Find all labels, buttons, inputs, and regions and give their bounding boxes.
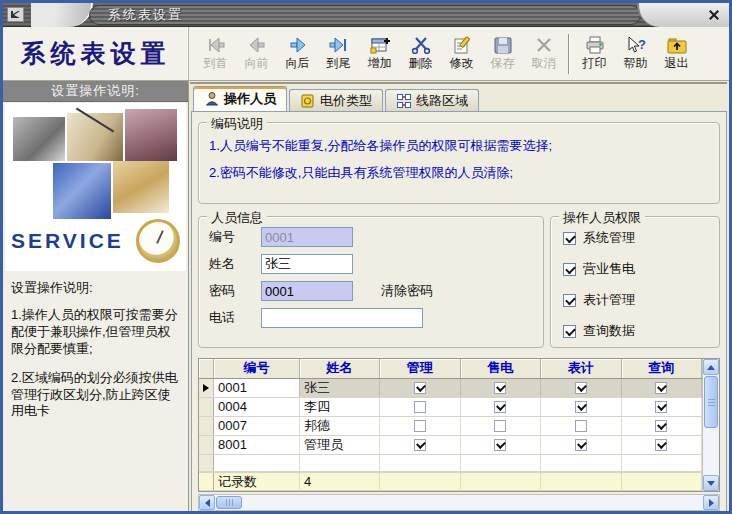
scroll-right-icon[interactable] xyxy=(703,495,719,510)
tab-line-areas[interactable]: 线路区域 xyxy=(385,89,479,111)
grid-checkbox[interactable] xyxy=(575,439,587,451)
phone-field[interactable] xyxy=(261,308,423,328)
scroll-up-icon[interactable] xyxy=(703,359,719,375)
modify-button[interactable]: 修改 xyxy=(441,30,482,78)
previous-label: 向前 xyxy=(245,55,269,72)
sidebar-header: 设置操作说明: xyxy=(3,81,188,102)
tab-line-areas-label: 线路区域 xyxy=(416,92,468,110)
horizontal-scrollbar[interactable] xyxy=(198,494,720,511)
row-code: 8001 xyxy=(214,436,300,454)
delete-button[interactable]: 删除 xyxy=(400,30,441,78)
exit-button[interactable]: 退出 xyxy=(656,30,697,78)
code-column-header[interactable]: 编号 xyxy=(214,359,300,378)
grid-checkbox[interactable] xyxy=(414,401,426,413)
permissions-title: 操作人员权限 xyxy=(559,209,645,227)
password-field[interactable] xyxy=(261,281,353,301)
grid-checkbox[interactable] xyxy=(494,420,506,432)
form-row: 人员信息 编号 姓名 密码 清除密码 xyxy=(198,216,720,348)
grid-checkbox[interactable] xyxy=(655,439,667,451)
table-row[interactable]: 0001 张三 xyxy=(199,379,702,398)
close-icon[interactable] xyxy=(705,7,723,23)
grid-checkbox[interactable] xyxy=(414,439,426,451)
coding-note-line: 2.密码不能修改,只能由具有系统管理权限的人员清除; xyxy=(209,164,709,182)
sidebar: 设置操作说明: SERVICE 设置操作说明: 1.操作人员的权限可按需要分配便… xyxy=(3,81,189,511)
titlebar-cap xyxy=(637,3,729,27)
grid-checkbox[interactable] xyxy=(575,401,587,413)
tab-operators-label: 操作人员 xyxy=(224,90,276,108)
horizontal-scroll-thumb[interactable] xyxy=(216,496,242,509)
clear-password-button[interactable]: 清除密码 xyxy=(381,282,433,300)
grid-header: 编号 姓名 管理 售电 表计 查询 xyxy=(199,359,702,379)
print-icon xyxy=(583,36,607,54)
next-icon xyxy=(286,36,310,54)
grid-checkbox[interactable] xyxy=(414,382,426,394)
grid-checkbox[interactable] xyxy=(655,401,667,413)
page-title-cell: 系统表设置 xyxy=(3,27,189,80)
goto-last-button[interactable]: 到尾 xyxy=(318,30,359,78)
help-label: 帮助 xyxy=(624,55,648,72)
operator-grid: 编号 姓名 管理 售电 表计 查询 0001 张三 xyxy=(198,358,720,492)
help-button[interactable]: ? 帮助 xyxy=(615,30,656,78)
vertical-scroll-track[interactable] xyxy=(703,429,719,475)
meter-checkbox[interactable] xyxy=(563,294,576,307)
previous-button: 向前 xyxy=(236,30,277,78)
previous-icon xyxy=(245,36,269,54)
service-collage-image: SERVICE xyxy=(5,103,186,271)
next-button[interactable]: 向后 xyxy=(277,30,318,78)
grid-checkbox[interactable] xyxy=(494,401,506,413)
grid-checkbox[interactable] xyxy=(494,382,506,394)
titlebar: 系统表设置 xyxy=(3,3,729,27)
tab-operators[interactable]: 操作人员 xyxy=(193,86,287,111)
scroll-left-icon[interactable] xyxy=(199,495,215,510)
table-row[interactable]: 0007 邦德 xyxy=(199,417,702,436)
query-column-header[interactable]: 查询 xyxy=(622,359,703,378)
scroll-down-icon[interactable] xyxy=(703,475,719,491)
query-checkbox[interactable] xyxy=(563,325,576,338)
record-count-value: 4 xyxy=(300,473,380,490)
name-field[interactable] xyxy=(261,254,353,274)
cancel-label: 取消 xyxy=(532,55,556,72)
save-icon xyxy=(491,36,515,54)
grid-checkbox[interactable] xyxy=(655,420,667,432)
name-field-label: 姓名 xyxy=(209,255,261,273)
meter-column-header[interactable]: 表计 xyxy=(541,359,622,378)
add-label: 增加 xyxy=(368,55,392,72)
sales-checkbox[interactable] xyxy=(563,263,576,276)
grid-checkbox[interactable] xyxy=(575,382,587,394)
empty-row xyxy=(199,455,702,472)
coding-notes-group: 编码说明 1.人员编号不能重复,分配给各操作员的权限可根据需要选择; 2.密码不… xyxy=(198,122,720,204)
sidebar-note: 2.区域编码的划分必须按供电管理行政区划分,防止跨区使用电卡 xyxy=(11,370,182,421)
sidebar-note: 1.操作人员的权限可按需要分配便于兼职操作,但管理员权限分配要慎重; xyxy=(11,307,182,358)
app-window: 系统表设置 系统表设置 到首 向前 xyxy=(0,0,732,514)
tab-price-types-label: 电价类型 xyxy=(320,92,372,110)
svg-text:?: ? xyxy=(638,37,646,52)
grid-checkbox[interactable] xyxy=(414,420,426,432)
permission-item: 系统管理 xyxy=(563,229,719,247)
grid-checkbox[interactable] xyxy=(575,420,587,432)
add-icon xyxy=(368,36,392,54)
line-area-icon xyxy=(396,93,412,109)
grid-checkbox[interactable] xyxy=(494,439,506,451)
admin-column-header[interactable]: 管理 xyxy=(380,359,461,378)
table-row[interactable]: 8001 管理员 xyxy=(199,436,702,455)
vertical-scrollbar[interactable] xyxy=(702,359,719,491)
grid-checkbox[interactable] xyxy=(655,382,667,394)
name-column-header[interactable]: 姓名 xyxy=(300,359,380,378)
row-name: 邦德 xyxy=(300,417,380,435)
add-button[interactable]: 增加 xyxy=(359,30,400,78)
tab-price-types[interactable]: 电价类型 xyxy=(289,89,383,111)
vertical-scroll-thumb[interactable] xyxy=(704,376,718,428)
table-row[interactable]: 0004 李四 xyxy=(199,398,702,417)
app-logo-icon xyxy=(7,7,24,22)
photo-tile xyxy=(67,113,123,161)
system-admin-checkbox[interactable] xyxy=(563,232,576,245)
goto-last-icon xyxy=(327,36,351,54)
goto-last-label: 到尾 xyxy=(327,55,351,72)
window-title: 系统表设置 xyxy=(89,5,641,25)
page-title: 系统表设置 xyxy=(21,37,171,70)
sales-label: 营业售电 xyxy=(583,260,635,278)
notice-bar: 可增加、删除、修改各类型后请进行保存,如不保存修改,请点击[取消]。 xyxy=(190,82,727,84)
print-button[interactable]: 打印 xyxy=(574,30,615,78)
toolbar: 到首 向前 向后 到尾 xyxy=(189,27,729,80)
sales-column-header[interactable]: 售电 xyxy=(461,359,542,378)
